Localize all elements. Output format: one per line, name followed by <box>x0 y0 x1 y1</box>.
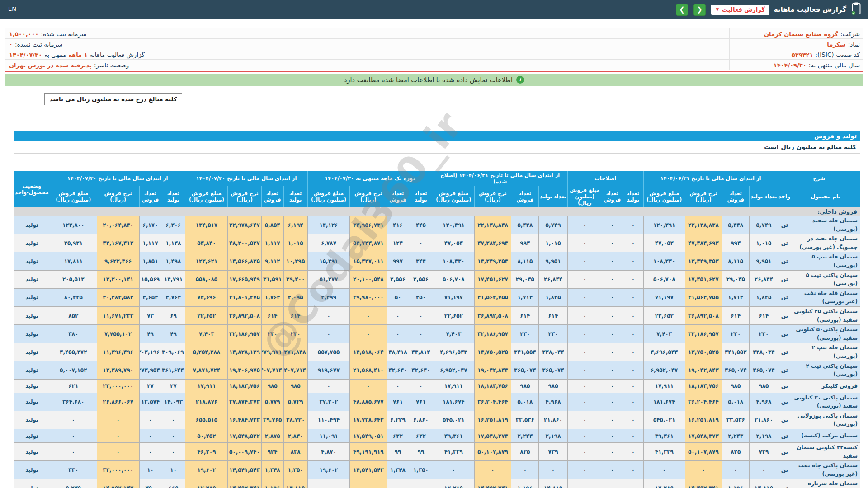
value-cell: ۰ <box>567 234 602 252</box>
column-group-header: اصلاحات <box>567 171 643 186</box>
product-name-cell: کیسه۲۳ کیلویی سیمان سفید <box>791 443 860 461</box>
value-cell: ۱۴,۴۵۲,۳۴۱ <box>474 479 511 488</box>
value-cell: ۶۶۵ <box>161 479 185 488</box>
value-cell: ۵,۷۲۹ <box>283 393 307 411</box>
issuer-status-value: پذیرفته شده در بورس تهران <box>9 62 92 69</box>
value-cell: ۰ <box>623 234 643 252</box>
value-cell: ۶۵۵,۵۱۵ <box>185 411 228 429</box>
column-header: تعداد تولید <box>161 186 185 207</box>
column-header: تعداد تولید <box>750 186 778 207</box>
value-cell: ۳۴۱,۵۵۳ <box>722 343 750 361</box>
value-cell: ۲۰۵,۵۱۳ <box>50 270 97 288</box>
report-type-dropdown[interactable]: گزارش فعالیت ▼ <box>711 5 769 15</box>
report-type-label: گزارش فعالیت <box>722 6 765 13</box>
value-cell: ۱۹,۰۴۲,۸۴۳ <box>474 361 511 379</box>
value-cell: ۳۵۰ <box>139 479 161 488</box>
product-name-cell: سیمان پاکتی۵۰ کیلویی سفید (بورسی) <box>791 325 860 343</box>
value-cell: ۵۴۵,۰۲۱ <box>643 411 685 429</box>
value-cell: ۶۱۴ <box>511 306 539 324</box>
unregistered-capital-value: ۰ <box>9 41 13 48</box>
value-cell: ۰ <box>623 479 643 488</box>
value-cell: ۸,۱۱۵ <box>722 252 750 270</box>
unit-cell: تن <box>778 234 791 252</box>
value-cell: ۱۰۸,۳۳۰ <box>643 252 685 270</box>
unit-cell: تن <box>778 461 791 479</box>
value-cell: ۵۰ <box>387 288 409 306</box>
value-cell: ۱,۷۶۳ <box>261 288 283 306</box>
value-cell: ۷۳۹ <box>539 443 567 461</box>
value-cell: ۵۰,۱۰۷,۸۷۹ <box>685 443 722 461</box>
value-cell: ۶۱۴ <box>283 306 307 324</box>
value-cell: ۲۹,۰۳۵ <box>722 270 750 288</box>
registered-capital-label: سرمایه ثبت شده: <box>41 30 87 38</box>
value-cell: ۱۳,۳۴۹,۳۵۳ <box>685 252 722 270</box>
value-cell: ۵,۰۱۸ <box>722 393 750 411</box>
value-cell: ۲,۴۹۹ <box>307 288 350 306</box>
company-info-table: شرکت: گروه صنایع سیمان کرمان سرمایه ثبت … <box>5 28 863 70</box>
value-cell: ۴۱,۳۳۹ <box>433 443 474 461</box>
issuer-status-label: وضعیت ناشر: <box>94 61 129 69</box>
group-header-row: شرحاز ابتدای سال مالی تا تاریخ ۱۴۰۴/۰۶/۳… <box>14 171 860 186</box>
value-cell: ۰ <box>307 306 350 324</box>
value-cell: ۳۲,۱۸۶,۹۵۷ <box>685 325 722 343</box>
value-cell: ۱۷,۷۳۸,۶۴۲ <box>350 411 387 429</box>
unit-cell: تن <box>778 325 791 343</box>
column-header: مبلغ فروش (میلیون ریال) <box>307 186 350 207</box>
value-cell: ۰ <box>161 443 185 461</box>
value-cell: ۳۰۹,۰۶۹ <box>161 343 185 361</box>
column-header: تعداد فروش <box>602 186 623 207</box>
value-cell: ۱۳۴,۵۱۷ <box>185 216 228 234</box>
value-cell: ۱۹,۰۴۲,۸۴۳ <box>685 361 722 379</box>
value-cell: ۳۰۳,۱۹۶ <box>139 343 161 361</box>
value-cell: ۱۰ <box>139 461 161 479</box>
value-cell: ۲,۶۵۳ <box>139 288 161 306</box>
value-cell: ۳۶,۸۹۲,۵۰۸ <box>685 306 722 324</box>
clipboard-report-icon <box>851 2 862 17</box>
value-cell: ۱۲۰,۳۹۱ <box>433 216 474 234</box>
product-name-cell: سیمان فله سفید (بورسی) <box>791 216 860 234</box>
value-cell: ۱۷,۵۴۹,۰۵۱ <box>350 429 387 443</box>
value-cell: ۱۱,۶۷۱,۲۳۳ <box>97 306 139 324</box>
value-cell: ۱,۳۵۰ <box>283 461 307 479</box>
next-report-button[interactable]: ❯ <box>676 4 688 16</box>
value-cell: ۶۱۴ <box>722 306 750 324</box>
value-cell: ۷۳,۶۹۶ <box>185 288 228 306</box>
value-cell: ۰ <box>602 270 623 288</box>
product-name-cell: سیمان پاکتی پوزولانی (بورسی) <box>791 411 860 429</box>
product-name-cell: سیمان پاکتی ۲۰ کیلویی سفید (بورسی) <box>791 393 860 411</box>
value-cell: ۴۲,۶۴۰ <box>409 361 433 379</box>
value-cell: ۲۲,۱۳۸,۸۳۸ <box>474 216 511 234</box>
status-cell: تولید <box>14 234 50 252</box>
value-cell: ۲۱,۵۶۸,۴۱۰ <box>350 361 387 379</box>
product-name-cell: سیمان پاکتی ۲۵ کیلویی سفید (بورسی) <box>791 306 860 324</box>
value-cell: ۳۶۱,۶۴۴ <box>161 361 185 379</box>
value-cell: ۱,۰۱۵ <box>539 234 567 252</box>
value-cell: ۰ <box>623 461 643 479</box>
value-cell: ۰ <box>511 461 539 479</box>
language-en-link[interactable]: EN <box>8 5 16 12</box>
value-cell: ۰ <box>409 325 433 343</box>
value-cell: ۵۵۷,۷۵۵ <box>307 343 350 361</box>
value-cell: ۳۷,۲۰۲ <box>307 393 350 411</box>
value-cell: ۰ <box>567 443 602 461</box>
value-cell: ۱۴,۸۱۵ <box>750 479 778 488</box>
value-cell: ۰ <box>387 306 409 324</box>
value-cell: ۷,۴۰۳ <box>433 325 474 343</box>
unregistered-capital-label: سرمایه ثبت نشده: <box>15 41 62 48</box>
value-cell: ۲۲,۶۵۲ <box>433 306 474 324</box>
table-row: سیمان پاکتی ۲۵ کیلویی سفید (بورسی)تن۶۱۴۶… <box>14 306 860 324</box>
value-cell: ۱۳,۳۴۹,۳۵۳ <box>474 252 511 270</box>
info-row-isic: کد صنعت (ISIC): ۵۳۹۴۲۱ گزارش فعالیت ماها… <box>5 49 863 60</box>
value-cell: ۲,۵۵۶ <box>387 270 409 288</box>
value-cell: ۱۵,۵۶۹ <box>139 270 161 288</box>
prev-report-button[interactable]: ❮ <box>693 4 706 16</box>
value-cell: ۲۵۰ <box>409 288 433 306</box>
value-cell: ۰ <box>50 429 97 443</box>
value-cell: ۹۹ <box>409 443 433 461</box>
value-cell: ۴۸,۲۰۰,۵۳۷ <box>228 234 261 252</box>
company-label: شرکت: <box>840 30 860 38</box>
signature-match-banner: i اطلاعات نمایش داده شده با اطلاعات امضا… <box>5 74 863 86</box>
value-cell: ۴۷,۳۸۴,۶۹۳ <box>685 234 722 252</box>
value-cell: ۱۸,۱۸۳,۷۵۶ <box>474 379 511 393</box>
status-cell: تولید <box>14 252 50 270</box>
